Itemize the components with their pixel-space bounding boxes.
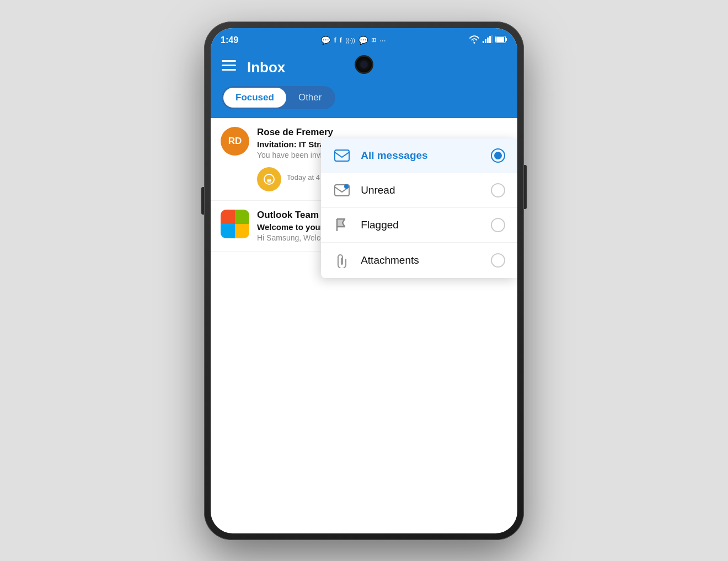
svg-rect-7	[506, 38, 507, 41]
status-right-icons	[469, 35, 507, 45]
calendar-badge-icon	[257, 167, 281, 191]
svg-rect-6	[496, 37, 504, 42]
svg-rect-3	[489, 36, 491, 43]
status-bar: 1:49 💬 f f ((·)) 💬 ⊞ ···	[211, 28, 517, 51]
dropdown-item-attachments[interactable]: Attachments	[321, 243, 517, 278]
svg-rect-15	[335, 150, 349, 161]
outlook-q2	[235, 210, 249, 224]
flagged-label: Flagged	[361, 219, 481, 231]
outlook-logo	[221, 210, 249, 238]
tabs-row: Focused Other	[211, 86, 517, 118]
outlook-q4	[235, 224, 249, 238]
svg-rect-10	[222, 69, 236, 71]
all-messages-radio-fill	[494, 152, 502, 159]
all-messages-icon	[333, 149, 351, 162]
svg-rect-1	[485, 39, 486, 43]
phone-screen: 1:49 💬 f f ((·)) 💬 ⊞ ···	[211, 28, 517, 533]
wifi-icon	[469, 35, 480, 45]
tab-pill-container: Focused Other	[222, 86, 335, 109]
signal-icon	[483, 35, 493, 45]
svg-rect-0	[483, 41, 484, 43]
inbox-title: Inbox	[247, 59, 285, 76]
flagged-icon	[333, 218, 351, 232]
all-messages-label: All messages	[361, 149, 481, 162]
svg-rect-2	[487, 38, 489, 43]
tab-focused[interactable]: Focused	[223, 88, 286, 108]
dropdown-item-unread[interactable]: Unread	[321, 173, 517, 208]
avatar-rd: RD	[221, 127, 249, 156]
attachments-label: Attachments	[361, 254, 481, 266]
svg-rect-4	[491, 35, 493, 43]
email-sender-1: Rose de Fremery	[257, 127, 507, 138]
tab-other[interactable]: Other	[286, 88, 334, 108]
facebook2-icon: f	[340, 36, 342, 44]
message-icon: 💬	[321, 36, 330, 45]
dropdown-item-flagged[interactable]: Flagged	[321, 208, 517, 243]
unread-label: Unread	[361, 184, 481, 196]
unread-radio[interactable]	[491, 183, 505, 197]
svg-rect-8	[222, 60, 236, 62]
radio-icon: ((·))	[345, 37, 355, 44]
battery-icon	[495, 35, 507, 45]
news-icon: ⊞	[371, 36, 376, 44]
outlook-q1	[221, 210, 235, 224]
facebook-icon: f	[334, 36, 336, 44]
email-sender-2: Outlook Team	[257, 210, 319, 221]
svg-point-17	[344, 184, 349, 189]
notification-icons: 💬 f f ((·)) 💬 ⊞ ···	[321, 36, 386, 45]
phone-frame: 1:49 💬 f f ((·)) 💬 ⊞ ···	[204, 22, 524, 540]
status-time: 1:49	[221, 35, 238, 45]
unread-icon	[333, 184, 351, 196]
more-icon: ···	[379, 36, 386, 45]
camera-notch	[356, 57, 372, 72]
flagged-radio[interactable]	[491, 218, 505, 232]
svg-point-13	[267, 179, 269, 181]
attachments-radio[interactable]	[491, 253, 505, 268]
dropdown-item-all-messages[interactable]: All messages	[321, 138, 517, 173]
side-button-left	[201, 187, 204, 215]
side-button-right	[524, 165, 527, 209]
svg-rect-9	[222, 65, 236, 66]
svg-point-14	[269, 179, 271, 181]
filter-dropdown: All messages Unread	[321, 138, 517, 278]
outlook-q3	[221, 224, 235, 238]
hamburger-menu-icon[interactable]	[222, 60, 236, 74]
chat-icon: 💬	[358, 36, 368, 45]
attachments-icon	[333, 253, 351, 268]
all-messages-radio[interactable]	[491, 148, 505, 163]
